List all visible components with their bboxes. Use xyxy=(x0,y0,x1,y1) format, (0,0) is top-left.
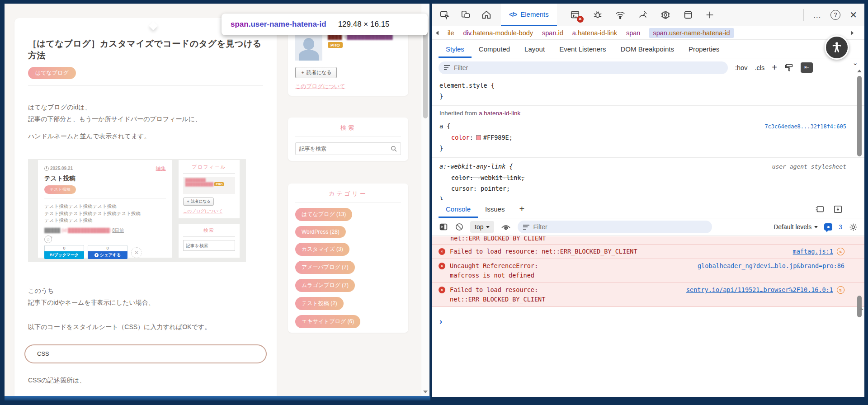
console-error-row[interactable]: net::ERR_BLOCKED_BY_CLIENT xyxy=(432,236,864,245)
request-initiator-icon[interactable]: ⇅ xyxy=(837,248,844,255)
preview-post-tag[interactable]: テスト投稿 xyxy=(44,185,76,194)
paint-format-icon[interactable] xyxy=(784,63,793,72)
article-tag-pill[interactable]: はてなブログ xyxy=(28,67,76,79)
tab-computed[interactable]: Computed xyxy=(472,40,517,58)
source-link[interactable]: maftag.js:1 xyxy=(784,247,833,256)
breadcrumb-scroll-left-icon[interactable] xyxy=(436,31,439,35)
x-share-icon[interactable]: ✕ xyxy=(131,247,142,258)
category-pill[interactable]: テスト投稿 (2) xyxy=(295,297,344,310)
console-scrollbar[interactable] xyxy=(857,292,862,317)
styles-filter-input[interactable] xyxy=(454,64,722,71)
scroll-up-arrow[interactable] xyxy=(859,307,863,310)
home-icon[interactable] xyxy=(481,9,492,20)
page-scrollbar[interactable] xyxy=(421,4,429,397)
breadcrumb-item[interactable]: a.hatena-id-link xyxy=(572,29,617,37)
css-rule-selector[interactable]: a { 7c3c64edae8...32f18f4:605 xyxy=(432,121,864,132)
preview-time-ago[interactable]: 8日前 xyxy=(112,228,124,233)
tab-issues[interactable]: Issues xyxy=(478,200,512,218)
css-declaration-overridden[interactable]: color: -webkit-link; xyxy=(432,172,864,183)
scrollbar-thumb[interactable] xyxy=(857,296,862,317)
preview-follow-button[interactable]: ＋ 読者になる xyxy=(183,198,214,206)
facebook-share-button[interactable]: fシェアする xyxy=(88,251,127,259)
tab-styles[interactable]: Styles xyxy=(439,40,472,58)
tab-properties[interactable]: Properties xyxy=(681,40,726,58)
category-pill[interactable]: ムラゴンブログ (7) xyxy=(295,279,355,292)
category-pill[interactable]: アメーバブログ (7) xyxy=(295,261,355,274)
new-style-rule-icon[interactable]: + xyxy=(772,62,777,73)
more-options-icon[interactable]: … xyxy=(813,10,821,20)
about-blog-link[interactable]: このブログについて xyxy=(295,83,401,90)
follow-button[interactable]: ＋ 読者になる xyxy=(295,67,337,78)
breadcrumb-item-selected[interactable]: span.user-name-hatena-id xyxy=(649,28,733,38)
messages-bubble-icon[interactable] xyxy=(824,223,832,231)
search-input[interactable] xyxy=(299,146,391,152)
add-panel-icon[interactable] xyxy=(704,9,715,20)
network-wifi-icon[interactable] xyxy=(615,9,626,20)
application-panel-icon[interactable] xyxy=(683,9,693,20)
toggle-class-editor[interactable]: .cls xyxy=(755,64,764,71)
console-filter-field[interactable] xyxy=(518,221,712,233)
stylesheet-source-link[interactable]: 7c3c64edae8...32f18f4:605 xyxy=(764,122,846,132)
star-icon[interactable]: ☆ xyxy=(44,235,52,243)
toggle-hover-state[interactable]: :hov xyxy=(735,64,747,71)
breadcrumb-item[interactable]: span xyxy=(626,29,640,37)
clear-console-icon[interactable] xyxy=(455,222,464,231)
color-swatch[interactable] xyxy=(476,135,481,140)
breadcrumb-item[interactable]: span.id xyxy=(542,29,563,37)
default-levels-dropdown[interactable]: Default levels xyxy=(774,223,818,231)
breadcrumb-item[interactable]: div.hatena-module-body xyxy=(463,29,533,37)
scroll-down-arrow[interactable] xyxy=(423,391,428,393)
hatena-bookmark-button[interactable]: B!ブックマーク xyxy=(44,251,84,259)
styles-scrollbar[interactable] xyxy=(857,70,862,156)
help-icon[interactable]: ? xyxy=(830,10,840,20)
category-pill[interactable]: エキサイトブログ (6) xyxy=(295,315,360,328)
tab-console[interactable]: Console xyxy=(439,200,478,218)
add-drawer-tab-icon[interactable]: + xyxy=(512,200,532,218)
search-icon[interactable] xyxy=(391,146,397,152)
live-expression-eye-icon[interactable] xyxy=(500,222,511,231)
console-filter-input[interactable] xyxy=(533,223,707,231)
debugger-bug-icon[interactable] xyxy=(592,9,603,20)
toggle-sidebar-icon[interactable]: ⇤ xyxy=(801,62,813,73)
css-rule-selector-ua[interactable]: a:-webkit-any-link { user agent styleshe… xyxy=(432,161,864,172)
tab-event-listeners[interactable]: Event Listeners xyxy=(552,40,613,58)
breadcrumb-scroll-right-icon[interactable] xyxy=(851,31,854,35)
category-pill[interactable]: はてなブログ (13) xyxy=(295,208,352,221)
scroll-up-arrow[interactable] xyxy=(857,70,862,72)
inspect-element-icon[interactable] xyxy=(439,9,450,20)
context-selector[interactable]: top xyxy=(470,221,494,233)
scrollbar-thumb[interactable] xyxy=(857,76,862,156)
preview-about-link[interactable]: このブログについて xyxy=(183,208,235,214)
console-prompt[interactable]: › xyxy=(439,316,442,326)
css-declaration[interactable]: cursor: pointer; xyxy=(432,183,864,194)
expand-drawer-icon[interactable] xyxy=(833,205,843,214)
dock-drawer-icon[interactable] xyxy=(815,205,825,214)
styles-filter-field[interactable] xyxy=(439,61,728,74)
eval-context-icon[interactable] xyxy=(439,222,448,232)
category-pill[interactable]: カスタマイズ (3) xyxy=(295,243,349,256)
console-error-row[interactable]: ✕ Failed to load resource: sentry.io/api… xyxy=(432,283,864,307)
chevron-down-icon[interactable]: ⌄ xyxy=(852,59,858,67)
performance-gauge-icon[interactable] xyxy=(637,9,648,20)
source-link[interactable]: sentry.io/api/119521…browser%2F10.16.0:1 xyxy=(677,285,833,295)
console-settings-gear-icon[interactable] xyxy=(849,222,858,232)
console-panel-icon[interactable]: ✕ xyxy=(570,9,580,20)
memory-chip-icon[interactable] xyxy=(660,9,671,20)
breadcrumb-item[interactable]: ile xyxy=(448,29,454,37)
element-style-rule[interactable]: element.style { xyxy=(432,80,864,91)
preview-edit-link[interactable]: 編集 xyxy=(156,165,166,172)
console-error-row[interactable]: ✕ Failed to load resource: net::ERR_BLOC… xyxy=(432,245,864,259)
console-error-row[interactable]: ✕ Uncaught ReferenceError: globalheader_… xyxy=(432,259,864,283)
accessibility-helper-icon[interactable] xyxy=(825,35,849,60)
device-emulation-icon[interactable] xyxy=(460,9,471,20)
tab-layout[interactable]: Layout xyxy=(517,40,552,58)
request-initiator-icon[interactable]: ⇅ xyxy=(837,286,844,294)
source-link[interactable]: globalheader_ng?devi…blo.jp&brand=pro:86 xyxy=(689,261,844,271)
inherited-element-link[interactable]: a.hatena-id-link xyxy=(479,110,520,117)
preview-search-input[interactable] xyxy=(183,240,235,251)
tab-elements[interactable]: </> Elements xyxy=(501,4,557,26)
category-pill[interactable]: WordPress (28) xyxy=(295,226,346,238)
close-devtools-icon[interactable]: ✕ xyxy=(849,9,857,20)
scrollbar-thumb[interactable] xyxy=(423,28,428,118)
css-declaration[interactable]: color:#FF989E; xyxy=(432,132,864,143)
